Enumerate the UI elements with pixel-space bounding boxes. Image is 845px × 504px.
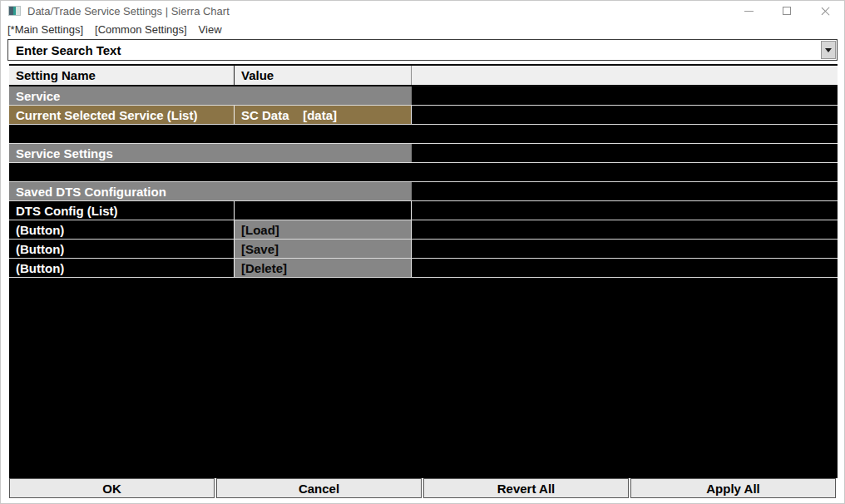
column-header-setting-name: Setting Name bbox=[9, 66, 235, 85]
row-value bbox=[235, 86, 412, 105]
row-filler bbox=[412, 86, 838, 105]
revert-all-button[interactable]: Revert All bbox=[423, 478, 629, 498]
maximize-icon bbox=[783, 7, 791, 15]
search-input[interactable] bbox=[8, 40, 820, 60]
row-label bbox=[9, 163, 235, 181]
current-service-value[interactable]: SC Data [data] bbox=[235, 106, 412, 124]
row-filler bbox=[412, 259, 838, 277]
footer-button-bar: OK Cancel Revert All Apply All bbox=[9, 478, 836, 498]
maximize-button[interactable] bbox=[768, 1, 806, 21]
search-dropdown-button[interactable] bbox=[821, 41, 836, 59]
minimize-button[interactable] bbox=[729, 1, 768, 21]
close-icon bbox=[820, 6, 831, 17]
menu-item-view[interactable]: View bbox=[193, 22, 228, 37]
search-combobox bbox=[7, 39, 838, 61]
row-label: (Button) bbox=[9, 220, 235, 239]
apply-all-button[interactable]: Apply All bbox=[630, 478, 836, 498]
row-filler bbox=[412, 240, 838, 258]
row-label: Service bbox=[9, 86, 235, 105]
save-button[interactable]: [Save] bbox=[235, 240, 412, 258]
chevron-down-icon bbox=[825, 48, 832, 52]
table-row-saved-dts-configuration-section: Saved DTS Configuration bbox=[9, 182, 838, 201]
window-controls bbox=[729, 1, 844, 21]
delete-button[interactable]: [Delete] bbox=[235, 259, 412, 277]
cancel-button[interactable]: Cancel bbox=[216, 478, 422, 498]
close-button[interactable] bbox=[806, 1, 844, 21]
load-button[interactable]: [Load] bbox=[235, 220, 412, 239]
row-label bbox=[9, 125, 235, 143]
row-value bbox=[235, 163, 412, 181]
grid-header: Setting Name Value bbox=[9, 64, 838, 86]
row-label: (Button) bbox=[9, 240, 235, 258]
row-filler bbox=[412, 125, 838, 143]
row-value bbox=[235, 144, 412, 162]
row-filler bbox=[412, 182, 838, 200]
table-row-delete-button[interactable]: (Button) [Delete] bbox=[9, 259, 838, 278]
row-filler bbox=[412, 163, 838, 181]
row-filler bbox=[412, 220, 838, 239]
row-value bbox=[235, 125, 412, 143]
table-row-service-section: Service bbox=[9, 86, 838, 106]
menu-item-common-settings[interactable]: [Common Settings] bbox=[89, 22, 193, 37]
row-label: Saved DTS Configuration bbox=[9, 182, 235, 200]
empty-grid-area bbox=[9, 278, 838, 478]
table-row-dts-config[interactable]: DTS Config (List) bbox=[9, 201, 838, 220]
title-bar: Data/Trade Service Settings | Sierra Cha… bbox=[1, 1, 844, 21]
window-title: Data/Trade Service Settings | Sierra Cha… bbox=[27, 5, 230, 17]
minimize-icon bbox=[744, 11, 754, 12]
app-icon bbox=[8, 6, 21, 16]
settings-grid: Setting Name Value Service Current Selec… bbox=[9, 64, 838, 278]
row-label: Service Settings bbox=[9, 144, 235, 162]
table-row-service-settings-section: Service Settings bbox=[9, 144, 838, 163]
row-label: DTS Config (List) bbox=[9, 201, 235, 220]
table-row-blank bbox=[9, 163, 838, 182]
table-row-save-button[interactable]: (Button) [Save] bbox=[9, 240, 838, 259]
menu-bar: [*Main Settings] [Common Settings] View bbox=[1, 21, 844, 38]
dts-config-value[interactable] bbox=[235, 201, 412, 220]
row-label: Current Selected Service (List) bbox=[9, 106, 235, 124]
row-filler bbox=[412, 144, 838, 162]
row-filler bbox=[412, 201, 838, 220]
ok-button[interactable]: OK bbox=[9, 478, 215, 498]
menu-item-main-settings[interactable]: [*Main Settings] bbox=[2, 22, 89, 37]
table-row-blank bbox=[9, 125, 838, 144]
row-value bbox=[235, 182, 412, 200]
column-header-value: Value bbox=[235, 66, 412, 85]
table-row-current-selected-service[interactable]: Current Selected Service (List) SC Data … bbox=[9, 106, 838, 125]
row-filler bbox=[412, 106, 838, 124]
table-row-load-button[interactable]: (Button) [Load] bbox=[9, 220, 838, 240]
column-header-empty bbox=[412, 66, 838, 85]
row-label: (Button) bbox=[9, 259, 235, 277]
